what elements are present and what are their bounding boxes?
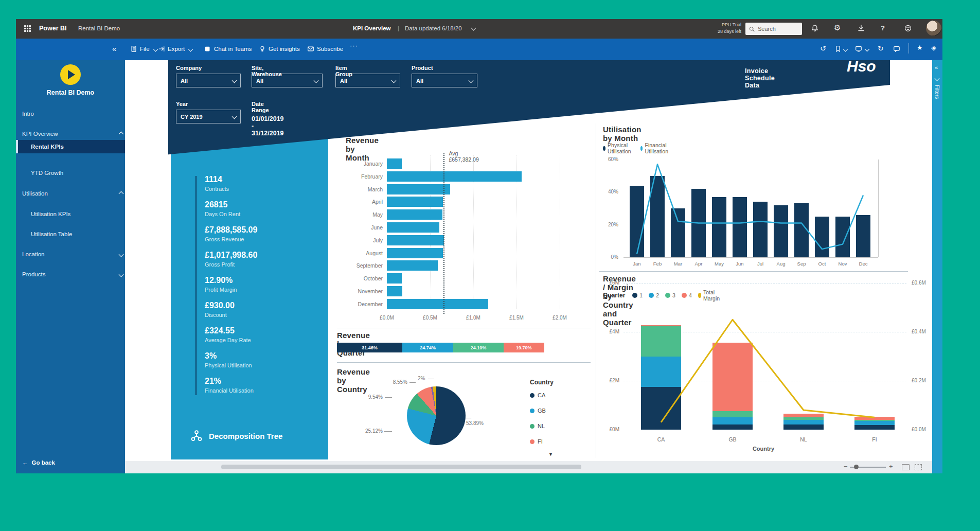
sidebar-item-location[interactable]: Location (16, 247, 131, 261)
download-icon[interactable] (857, 24, 865, 32)
go-back-button[interactable]: ← Go back (22, 459, 55, 466)
pie-label: 25.12% (365, 428, 382, 434)
total-margin-line (623, 278, 912, 432)
data-updated[interactable]: Data updated 6/18/20 (405, 25, 462, 31)
toolbar-item-label: Export (168, 46, 185, 52)
sidebar: Rental BI Demo IntroKPI OverviewRental K… (16, 60, 125, 473)
bar-september[interactable] (387, 260, 438, 271)
kpi-panel: 1114Contracts26815Days On Rent£7,888,585… (171, 139, 328, 459)
filter-value: All (256, 78, 314, 84)
waffle-icon[interactable] (23, 24, 32, 33)
star-icon[interactable]: ★ (917, 44, 923, 51)
quarter-segment-2[interactable]: 24.74% (402, 343, 454, 352)
expand-filters-icon[interactable]: « (935, 64, 938, 70)
sidebar-item-utilisation-kpis[interactable]: Utilisation KPIs (16, 207, 140, 221)
legend-item-gb[interactable]: GB (530, 408, 546, 414)
help-icon[interactable]: ? (881, 24, 885, 32)
axis-label-month: May (329, 211, 383, 218)
zoom-in-button[interactable]: + (889, 463, 893, 470)
pie-revenue-by-country[interactable] (407, 386, 466, 445)
bar-february[interactable] (387, 171, 522, 182)
quarter-segment-4[interactable]: 19.70% (504, 343, 544, 352)
horizontal-scrollbar[interactable] (221, 465, 581, 469)
filter-dropdown-product[interactable]: All (412, 74, 477, 87)
axis-tick: 60% (598, 156, 618, 162)
pie-label: 9.54% (366, 394, 383, 400)
powerbi-brand[interactable]: Power BI (39, 25, 67, 32)
chevron-down-icon (232, 114, 237, 119)
quarter-segment-1[interactable]: 31.46% (337, 343, 402, 352)
legend-item-ca[interactable]: CA (530, 392, 545, 398)
axis-tick-left: £6M (599, 280, 619, 286)
sidebar-item-ytd-growth[interactable]: YTD Growth (16, 166, 140, 180)
legend-item-fi[interactable]: FI (530, 438, 543, 445)
refresh-icon[interactable]: ↻ (878, 44, 884, 52)
kpi-value: £930.00 (205, 301, 235, 310)
search-input[interactable]: Search (745, 23, 802, 35)
sidebar-item-products[interactable]: Products (16, 268, 131, 281)
kpi-value: 21% (205, 377, 221, 386)
decomposition-tree-button[interactable]: Decomposition Tree (190, 430, 282, 442)
filter-label-year: Year (176, 101, 188, 107)
bar-may[interactable] (387, 209, 442, 220)
reset-icon[interactable]: ↺ (820, 44, 826, 52)
legend-item-nl[interactable]: NL (530, 423, 545, 429)
quarter-segment-3[interactable]: 24.10% (453, 343, 503, 352)
bar-january[interactable] (387, 158, 402, 169)
chevron-down-icon (119, 272, 124, 277)
avatar[interactable] (926, 21, 941, 36)
trial-badge[interactable]: PPU Trial 28 days left (695, 22, 741, 35)
sidebar-item-utilisation-table[interactable]: Utilisation Table (16, 227, 140, 241)
zoom-slider-handle[interactable] (854, 465, 859, 469)
page-title: KPI Overview (353, 25, 391, 31)
sidebar-item-utilisation[interactable]: Utilisation (16, 187, 131, 200)
monitor-icon[interactable] (855, 45, 862, 52)
hso-logo: Hso (847, 58, 876, 75)
legend-scroll-down-icon[interactable]: ▼ (548, 452, 553, 457)
axis-label-month: December (329, 301, 383, 307)
file-button[interactable]: File (130, 45, 157, 52)
legend-label: CA (538, 392, 545, 398)
filters-pane-collapsed[interactable]: « Filters (932, 60, 942, 473)
bar-october[interactable] (387, 273, 402, 284)
sidebar-item-kpi-overview[interactable]: KPI Overview (16, 127, 131, 140)
fit-to-width-icon[interactable] (915, 464, 922, 470)
more-options-button[interactable]: ··· (350, 42, 358, 49)
envelope-icon (307, 45, 314, 52)
bookmark-icon[interactable] (834, 45, 842, 52)
bar-april[interactable] (387, 197, 443, 207)
filter-dropdown-year[interactable]: CY 2019 (176, 110, 241, 123)
chevron-down-icon[interactable] (843, 47, 848, 52)
get-insights-button[interactable]: Get insights (259, 45, 300, 52)
diamond-icon[interactable]: ◈ (931, 44, 936, 51)
chevron-down-icon (119, 252, 124, 257)
bell-icon[interactable] (811, 24, 819, 32)
axis-label-month: April (329, 199, 383, 205)
pie-leader-line (428, 379, 434, 379)
bar-august[interactable] (387, 248, 443, 258)
chevron-down-icon[interactable] (471, 26, 476, 31)
bar-november[interactable] (387, 286, 402, 296)
legend-label: FI (538, 438, 543, 445)
chat-in-teams-button[interactable]: TChat in Teams (204, 45, 252, 52)
subscribe-button[interactable]: Subscribe (307, 45, 343, 52)
sidebar-item-rental-kpis[interactable]: Rental KPIs (16, 140, 140, 153)
export-button[interactable]: Export (158, 45, 192, 52)
fit-to-page-icon[interactable] (902, 464, 910, 470)
bar-december[interactable] (387, 299, 488, 309)
filter-dropdown-item-group[interactable]: All (335, 74, 400, 87)
sidebar-item-intro[interactable]: Intro (16, 107, 131, 120)
filter-dropdown-company[interactable]: All (176, 74, 241, 87)
chevron-down-icon[interactable] (865, 47, 870, 52)
comment-icon[interactable] (893, 45, 900, 52)
bar-july[interactable] (387, 235, 444, 245)
feedback-icon[interactable] (904, 24, 912, 32)
collapse-nav-icon[interactable]: « (112, 44, 116, 53)
bar-march[interactable] (387, 184, 450, 194)
zoom-out-button[interactable]: − (844, 463, 848, 470)
bar-june[interactable] (387, 222, 439, 233)
gear-icon[interactable]: ⚙ (834, 23, 841, 32)
axis-label-month: October (329, 275, 383, 281)
workspace-name[interactable]: Rental BI Demo (78, 25, 120, 31)
filter-dropdown-site-warehouse[interactable]: All (252, 74, 323, 87)
